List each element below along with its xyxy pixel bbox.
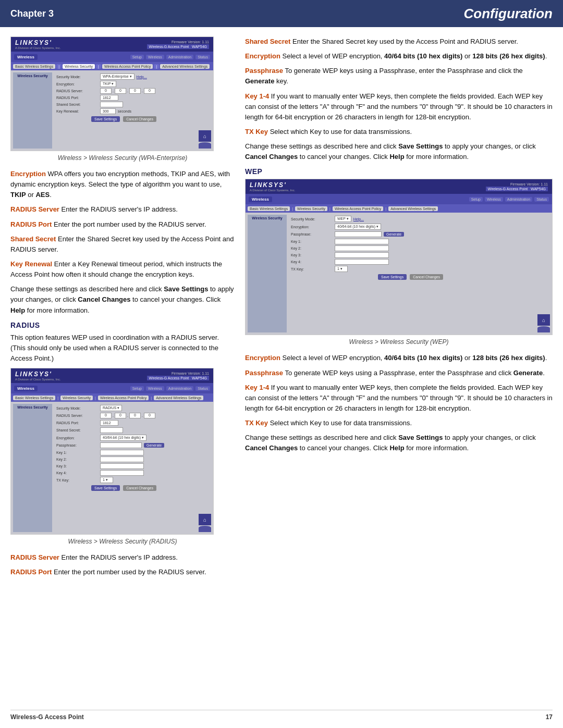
para-change-r: Change these settings as described here … (245, 141, 553, 162)
para-encryption-r: Encryption Select a level of WEP encrypt… (245, 51, 553, 61)
ss-form-area: Wireless Security Security Mode: WPA-Ent… (11, 70, 213, 151)
caption-wep: Wireless > Wireless Security (WEP) (245, 338, 553, 346)
ss-nav-bar-3: Wireless Setup Wireless Administration S… (246, 194, 552, 204)
ss-form-area-3: Wireless Security Security Mode: WEP ▾ H… (246, 213, 552, 335)
para-passphrase-r: Passphrase To generate WEP keys using a … (245, 66, 553, 87)
screenshot-wep: LINKSYS' A Division of Cisco Systems, In… (245, 179, 553, 335)
main-content: LINKSYS' A Division of Cisco Systems, In… (0, 27, 563, 597)
para-encryption-wpa: Encryption WPA offers you two encryption… (10, 169, 235, 200)
term-key14-wep: Key 1-4 (245, 384, 269, 391)
term-key14-r: Key 1-4 (245, 92, 269, 100)
para-radius-server2: RADIUS Server Enter the RADIUS server's … (10, 552, 235, 563)
caption-wpa-enterprise: Wireless > Wireless Security (WPA-Enterp… (10, 154, 235, 162)
para-encryption-wep: Encryption Select a level of WEP encrypt… (245, 353, 553, 363)
left-column: LINKSYS' A Division of Cisco Systems, In… (10, 36, 235, 582)
section-heading-wep: WEP (245, 167, 553, 176)
para-change-wpa: Change these settings as described here … (10, 284, 235, 315)
term-txkey-wep: TX Key (245, 419, 268, 427)
para-shared-secret-r: Shared Secret Enter the Shared Secret ke… (245, 36, 553, 47)
para-key-renewal: Key Renewal Enter a Key Renewal timeout … (10, 259, 235, 280)
linksys-logo-2: LINKSYS' (15, 371, 60, 378)
page-title: Configuration (464, 6, 553, 22)
para-txkey-r: TX Key Select which Key to use for data … (245, 127, 553, 137)
term-txkey-r: TX Key (245, 128, 268, 135)
term-radius-server2: RADIUS Server (10, 553, 59, 561)
para-radius-port2: RADIUS Port Enter the port number used b… (10, 567, 235, 577)
term-passphrase-r: Passphrase (245, 67, 283, 75)
term-radius-port2: RADIUS Port (10, 568, 52, 576)
term-encryption-r: Encryption (245, 52, 280, 60)
screenshot-radius: LINKSYS' A Division of Cisco Systems, In… (10, 368, 214, 535)
term-radius-port: RADIUS Port (10, 220, 52, 228)
ss-form-area-2: Wireless Security Security Mode: RADIUS … (11, 402, 213, 534)
ss-nav-bar-2: Wireless Setup Wireless Administration S… (11, 383, 213, 393)
right-column: Shared Secret Enter the Shared Secret ke… (245, 36, 553, 582)
para-key14-wep: Key 1-4 If you want to manually enter WE… (245, 382, 553, 414)
page-header: Chapter 3 Configuration (0, 0, 563, 27)
screenshot-wpa-enterprise: LINKSYS' A Division of Cisco Systems, In… (10, 36, 214, 151)
ss-tabs-row-3: Basic Wireless Settings | Wireless Secur… (246, 204, 552, 213)
para-txkey-wep: TX Key Select which Key to use for data … (245, 418, 553, 428)
linksys-logo: LINKSYS' (15, 39, 60, 46)
para-radius-port: RADIUS Port Enter the port number used b… (10, 219, 235, 230)
linksys-logo-3: LINKSYS' (250, 181, 295, 189)
term-radius-server: RADIUS Server (10, 205, 59, 213)
term-encryption-wep: Encryption (245, 354, 280, 362)
page-footer: Wireless-G Access Point 17 (10, 710, 553, 721)
para-passphrase-wep: Passphrase To generate WEP keys using a … (245, 368, 553, 378)
footer-left: Wireless-G Access Point (10, 713, 84, 721)
para-key14-r: Key 1-4 If you want to manually enter WE… (245, 91, 553, 122)
para-radius-server: RADIUS Server Enter the RADIUS server's … (10, 204, 235, 215)
footer-right: 17 (546, 713, 553, 721)
section-heading-radius: RADIUS (10, 321, 235, 329)
term-passphrase-wep: Passphrase (245, 369, 283, 377)
ss-tabs-row-2: Basic Wireless Settings | Wireless Secur… (11, 393, 213, 402)
chapter-label: Chapter 3 (10, 8, 54, 19)
ss-tabs-row: Basic Wireless Settings | Wireless Secur… (11, 62, 213, 70)
term-shared-secret-wpa: Shared Secret (10, 235, 56, 243)
para-shared-secret-wpa: Shared Secret Enter the Shared Secret ke… (10, 234, 235, 255)
term-key-renewal: Key Renewal (10, 260, 52, 268)
term-encryption: Encryption (10, 170, 46, 178)
ss-nav-bar: Wireless Setup Wireless Administration S… (11, 52, 213, 62)
term-shared-secret-r: Shared Secret (245, 38, 290, 45)
caption-radius: Wireless > Wireless Security (RADIUS) (10, 538, 235, 545)
para-change-wep: Change these settings as described here … (245, 433, 553, 453)
para-radius-intro: This option features WEP used in coordin… (10, 332, 235, 364)
